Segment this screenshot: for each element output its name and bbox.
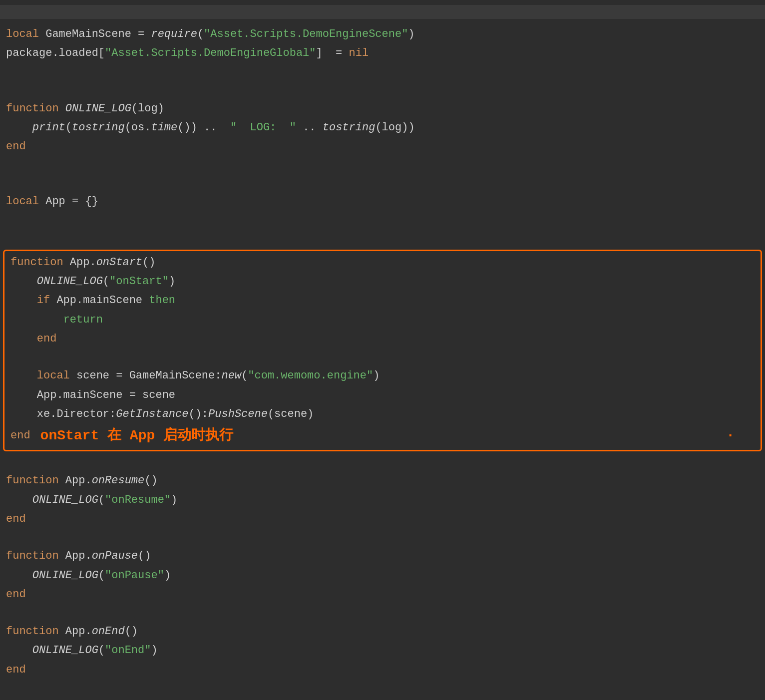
empty-line (7, 349, 758, 366)
code-pause-2: ONLINE_LOG("onPause") (0, 566, 765, 585)
code-end-3: end (0, 661, 765, 680)
code-pause-3: end (0, 585, 765, 604)
highlight-line-6: local scene = GameMainScene:new("com.wem… (7, 366, 758, 385)
code-end-1: function App.onEnd() (0, 622, 765, 641)
empty-line (0, 680, 765, 698)
code-resume-3: end (0, 510, 765, 529)
code-delegate: xe.AppDeleggate = App (0, 698, 765, 700)
code-pause-1: function App.onPause() (0, 547, 765, 566)
highlight-line-9: endonStart 在 App 启动时执行· (7, 424, 758, 448)
empty-line (0, 174, 765, 192)
annotation-text: onStart 在 App 启动时执行 (40, 424, 233, 447)
empty-line (0, 81, 765, 99)
code-resume-2: ONLINE_LOG("onResume") (0, 491, 765, 510)
code-line-2: package.loaded["Asset.Scripts.DemoEngine… (0, 44, 765, 63)
code-resume-1: function App.onResume() (0, 471, 765, 490)
empty-line (0, 156, 765, 174)
code-end-2: ONLINE_LOG("onEnd") (0, 641, 765, 660)
code-line-3: function ONLINE_LOG(log) (0, 99, 765, 118)
code-line-1: local GameMainScene = require("Asset.Scr… (0, 25, 765, 44)
highlight-line-5: end (7, 330, 758, 349)
code-line-4: print(tostring(os.time()) .. " LOG: " ..… (0, 118, 765, 137)
empty-line (0, 63, 765, 81)
highlight-line-8: xe.Director:GetInstance():PushScene(scen… (7, 405, 758, 424)
code-line-6: local App = {} (0, 192, 765, 211)
empty-line (0, 529, 765, 547)
highlight-line-1: function App.onStart() (7, 253, 758, 272)
annotation-dot: · (726, 424, 735, 447)
highlight-line-3: if App.mainScene then (7, 291, 758, 310)
empty-line (0, 230, 765, 248)
top-bar (0, 5, 765, 19)
empty-line (0, 212, 765, 230)
empty-line (0, 604, 765, 622)
highlight-line-4: return (7, 311, 758, 330)
highlight-line-7: App.mainScene = scene (7, 386, 758, 405)
code-line-5: end (0, 137, 765, 156)
highlight-block-onstart: function App.onStart() ONLINE_LOG("onSta… (3, 250, 762, 452)
empty-line (0, 453, 765, 471)
code-editor: local GameMainScene = require("Asset.Scr… (0, 0, 765, 700)
highlight-line-2: ONLINE_LOG("onStart") (7, 272, 758, 291)
